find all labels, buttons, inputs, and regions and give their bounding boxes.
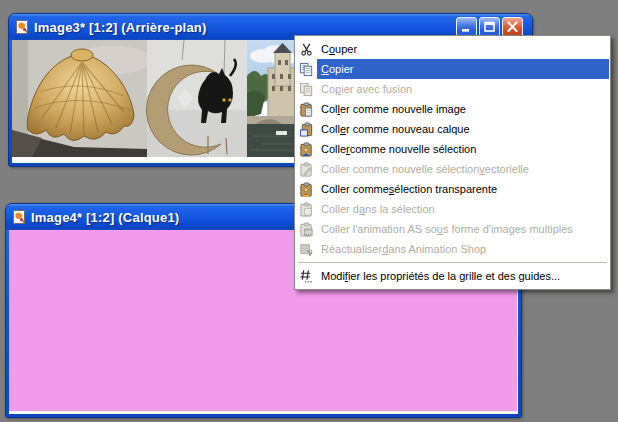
- menu-item-reactualiser-animation-shop: Réactualiser dans Animation Shop: [296, 239, 609, 259]
- paste-new-selection-icon: [296, 139, 317, 159]
- minimize-button[interactable]: [456, 17, 477, 37]
- menu-item-coller-selection-vectorielle: Coller comme nouvelle sélection vectorie…: [296, 159, 609, 179]
- refresh-animation-shop-icon: [296, 239, 317, 259]
- menu-item-label: Coller comme nouvelle sélection: [317, 139, 609, 159]
- menu-item-label: Coller comme nouvelle sélection vectorie…: [317, 159, 609, 179]
- psp-image-icon: [14, 19, 30, 35]
- menu-item-label: Modifier les propriétés de la grille et …: [317, 266, 609, 286]
- context-menu: Couper Copier Copier avec fusion Coller …: [294, 35, 611, 290]
- paste-vector-selection-icon: [296, 159, 317, 179]
- desktop: Image3* [1:2] (Arrière-plan): [0, 0, 618, 422]
- menu-item-couper[interactable]: Couper: [296, 39, 609, 59]
- psp-image-icon: [11, 209, 27, 225]
- menu-item-label: Copier: [317, 59, 609, 79]
- menu-item-label: Coller l'animation AS sous forme d'image…: [317, 219, 609, 239]
- paste-transparent-selection-icon: [296, 179, 317, 199]
- scissors-icon: [296, 39, 317, 59]
- menu-item-label: Coller comme nouvelle image: [317, 99, 609, 119]
- menu-item-coller-nouveau-calque[interactable]: Coller comme nouveau calque: [296, 119, 609, 139]
- menu-item-label: Couper: [317, 39, 609, 59]
- menu-item-copier[interactable]: Copier: [296, 59, 609, 79]
- copy-merged-icon: [296, 79, 317, 99]
- close-button[interactable]: [502, 17, 523, 37]
- menu-item-label: Coller comme nouveau calque: [317, 119, 609, 139]
- menu-item-label: Coller dans la sélection: [317, 199, 609, 219]
- image3-window-controls: [456, 17, 523, 37]
- image3-title: Image3* [1:2] (Arrière-plan): [34, 20, 206, 35]
- menu-item-coller-nouvelle-image[interactable]: Coller comme nouvelle image: [296, 99, 609, 119]
- menu-item-label: Copier avec fusion: [317, 79, 609, 99]
- menu-item-modifier-proprietes-grille[interactable]: Modifier les propriétés de la grille et …: [296, 266, 609, 286]
- paste-new-image-icon: [296, 99, 317, 119]
- menu-item-copier-avec-fusion: Copier avec fusion: [296, 79, 609, 99]
- menu-item-coller-animation-as: Coller l'animation AS sous forme d'image…: [296, 219, 609, 239]
- paste-animation-icon: [296, 219, 317, 239]
- grid-properties-icon: [296, 266, 317, 286]
- menu-item-label: Réactualiser dans Animation Shop: [317, 239, 609, 259]
- menu-separator: [298, 262, 607, 263]
- paste-into-selection-icon: [296, 199, 317, 219]
- menu-item-label: Coller comme sélection transparente: [317, 179, 609, 199]
- maximize-button[interactable]: [479, 17, 500, 37]
- menu-item-coller-selection-transparente[interactable]: Coller comme sélection transparente: [296, 179, 609, 199]
- copy-icon: [296, 59, 317, 79]
- paste-new-layer-icon: [296, 119, 317, 139]
- image4-title: Image4* [1:2] (Calque1): [31, 210, 179, 225]
- menu-item-coller-nouvelle-selection[interactable]: Coller comme nouvelle sélection: [296, 139, 609, 159]
- menu-item-coller-dans-selection: Coller dans la sélection: [296, 199, 609, 219]
